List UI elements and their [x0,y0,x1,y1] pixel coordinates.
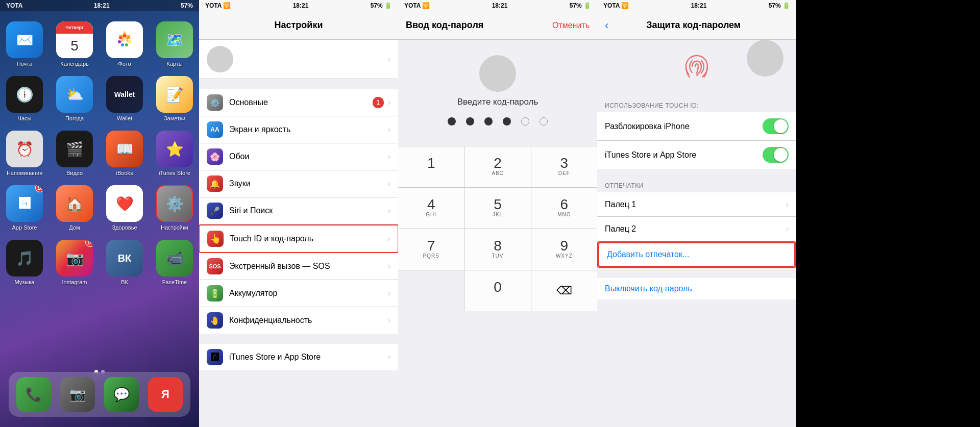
num-key-2[interactable]: 2 АВС [464,146,530,187]
app-video[interactable]: 🎬 Видео [54,131,95,176]
add-fingerprint-button[interactable]: Добавить отпечаток... [598,242,795,267]
settings-display[interactable]: AA Экран и яркость › [199,116,398,143]
settings-battery[interactable]: 🔋 Аккумулятор › [199,280,398,307]
pin-cancel-button[interactable]: Отменить [552,21,590,30]
app-mail[interactable]: ✉️ Почта [4,21,45,67]
app-health[interactable]: ❤️ Здоровье [104,185,145,231]
section-touchid-usage: ИСПОЛЬЗОВАНИЕ TOUCH ID: [597,99,796,112]
disable-passcode-button[interactable]: Выключить код-пароль [597,278,796,299]
touchid-header: ‹ Защита код-паролем [597,11,796,40]
toggle-switch-iphone[interactable] [763,118,789,134]
app-icon-facetime[interactable]: 📹 [156,240,193,277]
app-icon-music[interactable]: 🎵 [6,240,43,277]
num-key-8[interactable]: 8 TUV [464,229,530,270]
app-label-wallet: Wallet [117,115,132,121]
app-label-calendar: Календарь [60,61,89,67]
app-settings[interactable]: ⚙️ Настройки [154,185,195,231]
app-icon-calendar[interactable]: Четверг 5 [56,21,93,58]
dock-camera[interactable]: 📷 [60,377,95,412]
settings-label-touchid: Touch ID и код-пароль [230,234,387,243]
num-key-7[interactable]: 7 PQRS [398,229,464,270]
profile-row[interactable]: › [199,40,398,79]
app-icon-instagram[interactable]: 📷 14 [56,240,93,277]
num-key-6[interactable]: 6 MNO [531,188,597,229]
app-itunes[interactable]: ⭐ iTunes Store [154,131,195,176]
battery-4: 57% 🔋 [769,2,790,9]
app-icon-wallet[interactable]: Wallet [106,76,143,113]
app-appstore[interactable]: 🅰 16 App Store [4,185,45,231]
toggle-itunes[interactable]: iTunes Store и App Store [597,141,796,169]
app-facetime[interactable]: 📹 FaceTime [154,240,195,285]
dock-whatsapp[interactable]: 💬 [104,377,139,412]
pin-dot-3 [484,117,493,125]
app-calendar[interactable]: Четверг 5 Календарь [54,21,95,67]
app-icon-clock[interactable]: 🕕 [6,76,43,113]
app-label-reminders: Напоминания [7,170,42,176]
settings-chevron-battery: › [388,289,390,298]
settings-itunes[interactable]: 🅰 iTunes Store и App Store › [199,344,398,370]
status-bar-1: YOTA 18:21 57% [0,0,199,11]
settings-icon-battery: 🔋 [207,285,223,302]
app-photos[interactable]: Фото [104,21,145,67]
app-label-music: Музыка [15,279,35,285]
settings-label-privacy: Конфиденциальность [229,316,388,325]
toggle-switch-itunes[interactable] [763,147,789,163]
section-prints: ОТПЕЧАТКИ [597,179,796,192]
back-button[interactable]: ‹ [605,19,608,32]
app-icon-maps[interactable]: 🗺️ [156,21,193,58]
app-icon-health[interactable]: ❤️ [106,185,143,222]
settings-privacy[interactable]: 🤚 Конфиденциальность › [199,307,398,334]
fingerprint-2[interactable]: Палец 2 › [597,217,796,241]
toggle-section: Разблокировка iPhone iTunes Store и App … [597,112,796,169]
num-key-0[interactable]: 0 [464,270,530,311]
app-clock[interactable]: 🕕 Часы [4,76,45,121]
settings-wallpaper[interactable]: 🌸 Обои › [199,143,398,170]
settings-sos[interactable]: SOS Экстренный вызов — SOS › [199,253,398,280]
settings-section-main: ⚙️ Основные 1 › AA Экран и яркость › 🌸 О… [199,89,398,334]
status-bar-2: YOTA 🛜 18:21 57% 🔋 [199,0,398,11]
app-icon-vk[interactable]: ВК [106,240,143,277]
svg-point-1 [123,34,126,37]
app-ibooks[interactable]: 📖 iBooks [104,131,145,176]
app-vk[interactable]: ВК ВК [104,240,145,285]
num-key-delete[interactable]: ⌫ [531,270,597,311]
app-notes[interactable]: 📝 Заметки [154,76,195,121]
app-icon-video[interactable]: 🎬 [56,131,93,167]
num-key-5[interactable]: 5 JKL [464,188,530,229]
app-icon-home[interactable]: 🏠 [56,185,93,222]
app-icon-ibooks[interactable]: 📖 [106,131,143,167]
settings-touchid[interactable]: 👆 Touch ID и код-пароль › [199,224,398,253]
app-instagram[interactable]: 📷 14 Instagram [54,240,95,285]
app-icon-weather[interactable]: ⛅ [56,76,93,113]
dock-phone[interactable]: 📞 [16,377,51,412]
app-home[interactable]: 🏠 Дом [54,185,95,231]
app-reminders[interactable]: ⏰ Напоминания [4,131,45,176]
num-key-4[interactable]: 4 GHI [398,188,464,229]
app-icon-mail[interactable]: ✉️ [6,21,43,58]
num-key-3[interactable]: 3 DEF [531,146,597,187]
app-music[interactable]: 🎵 Музыка [4,240,45,285]
app-icon-notes[interactable]: 📝 [156,76,193,113]
num-key-1[interactable]: 1 [398,146,464,187]
app-icon-reminders[interactable]: ⏰ [6,131,43,167]
app-maps[interactable]: 🗺️ Карты [154,21,195,67]
settings-sounds[interactable]: 🔔 Звуки › [199,170,398,197]
app-grid: ✉️ Почта Четверг 5 Календарь [0,11,199,295]
app-icon-photos[interactable] [106,21,143,58]
app-wallet[interactable]: Wallet Wallet [104,76,145,121]
num-key-9[interactable]: 9 WXYZ [531,229,597,270]
settings-icon-sos: SOS [207,258,223,274]
settings-icon-wallpaper: 🌸 [207,148,223,165]
toggle-iphone-unlock[interactable]: Разблокировка iPhone [597,112,796,141]
svg-point-6 [118,40,121,43]
settings-general[interactable]: ⚙️ Основные 1 › [199,89,398,116]
fingerprint-1[interactable]: Палец 1 › [597,192,796,217]
settings-siri[interactable]: 🎤 Siri и Поиск › [199,197,398,224]
app-weather[interactable]: ⛅ Погода [54,76,95,121]
app-label-photos: Фото [118,61,131,67]
app-icon-appstore[interactable]: 🅰 16 [6,185,43,222]
dock-yandex[interactable]: Я [148,377,183,412]
fp-chevron-1: › [786,200,789,209]
app-icon-settings[interactable]: ⚙️ [156,185,193,222]
app-icon-itunes[interactable]: ⭐ [156,131,193,167]
